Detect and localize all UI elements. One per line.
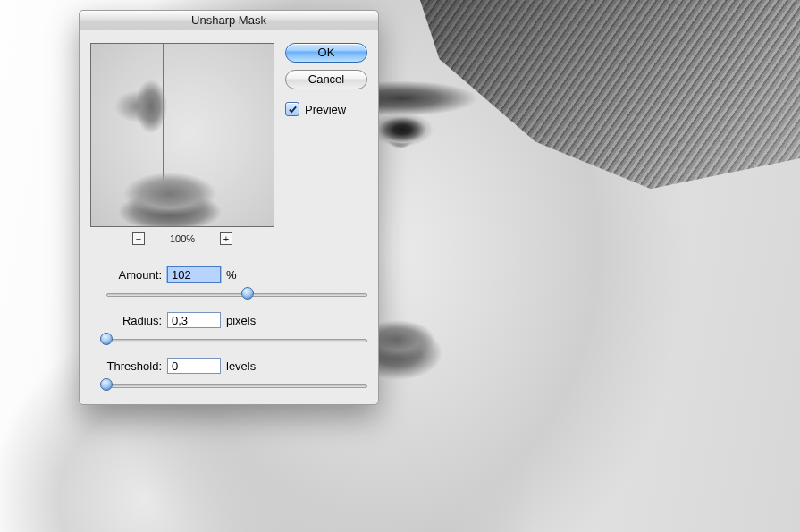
- amount-input[interactable]: [167, 266, 221, 283]
- dialog-title: Unsharp Mask: [80, 11, 378, 30]
- ok-button[interactable]: OK: [285, 43, 367, 63]
- radius-input[interactable]: [167, 312, 221, 328]
- threshold-input[interactable]: [167, 358, 221, 374]
- threshold-slider-thumb[interactable]: [100, 378, 113, 391]
- preview-checkbox[interactable]: [285, 102, 299, 116]
- threshold-slider[interactable]: [106, 378, 367, 393]
- checkmark-icon: [288, 105, 298, 114]
- cancel-button[interactable]: Cancel: [285, 70, 367, 89]
- threshold-unit: levels: [226, 359, 256, 373]
- filter-preview[interactable]: [90, 43, 274, 227]
- zoom-level-label: 100%: [170, 233, 195, 244]
- radius-slider-track: [106, 339, 367, 342]
- unsharp-mask-dialog: Unsharp Mask − 100% + OK Cancel Preview: [79, 10, 379, 405]
- radius-unit: pixels: [226, 314, 256, 327]
- amount-label: Amount:: [90, 268, 162, 282]
- threshold-slider-track: [106, 384, 367, 388]
- amount-unit: %: [226, 268, 237, 282]
- radius-slider[interactable]: [106, 333, 367, 347]
- zoom-in-button[interactable]: +: [220, 232, 232, 245]
- amount-slider-track: [106, 293, 367, 297]
- filter-preview-image: [91, 44, 274, 226]
- preview-checkbox-label: Preview: [305, 103, 346, 116]
- amount-slider[interactable]: [106, 287, 367, 301]
- amount-slider-thumb[interactable]: [241, 287, 254, 300]
- radius-slider-thumb[interactable]: [100, 333, 113, 345]
- radius-label: Radius:: [90, 314, 162, 327]
- threshold-label: Threshold:: [90, 359, 162, 373]
- zoom-out-button[interactable]: −: [132, 232, 145, 245]
